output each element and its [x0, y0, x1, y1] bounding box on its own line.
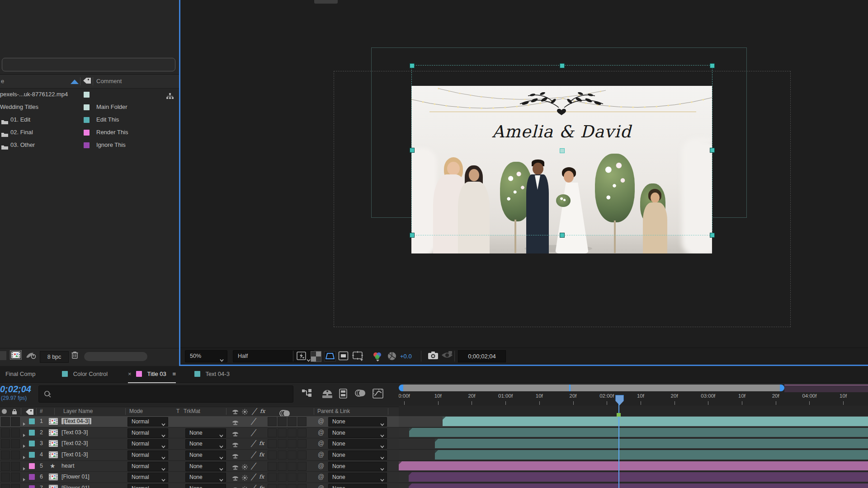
- mode-column-label[interactable]: Mode: [129, 408, 143, 414]
- timeline-tab-final-comp[interactable]: Final Comp: [5, 366, 35, 382]
- selection-handle[interactable]: [710, 63, 715, 68]
- layer-row[interactable]: 2 [Text 03-3] Normal None ╱ @ None: [0, 427, 399, 439]
- project-search-box[interactable]: [2, 58, 175, 71]
- audio-toggle[interactable]: [11, 439, 20, 448]
- shy-column-icon[interactable]: [232, 409, 239, 414]
- parent-pickwhip-icon[interactable]: @: [318, 416, 324, 427]
- composition-mini-flowchart-icon[interactable]: [302, 389, 315, 398]
- parent-link-dropdown[interactable]: None: [328, 428, 387, 438]
- quality-switch[interactable]: ╱: [251, 438, 255, 449]
- project-item-name[interactable]: 03. Other: [10, 139, 35, 151]
- label-chip[interactable]: [84, 117, 90, 123]
- selection-handle[interactable]: [410, 233, 415, 238]
- fx-switch[interactable]: fx: [259, 483, 264, 488]
- parent-pickwhip-icon[interactable]: @: [318, 461, 324, 471]
- frame-blending-icon[interactable]: [339, 389, 347, 399]
- t-column-label[interactable]: T: [176, 408, 179, 414]
- playhead-handle[interactable]: [615, 395, 624, 405]
- project-column-header[interactable]: e Comment: [0, 74, 179, 89]
- current-timecode[interactable]: 0;02;04: [0, 384, 31, 394]
- parent-link-dropdown[interactable]: None: [328, 462, 387, 471]
- mask-visibility-icon[interactable]: [324, 351, 336, 361]
- layer-duration-bar[interactable]: [435, 450, 868, 460]
- project-item-row[interactable]: Wedding Titles Main Folder: [0, 101, 179, 113]
- composition-marker[interactable]: [617, 413, 621, 417]
- layer-name[interactable]: [Flower 01]: [61, 483, 90, 488]
- close-tab-icon[interactable]: ×: [128, 371, 132, 377]
- layer-track-row[interactable]: [399, 483, 868, 488]
- twirl-chevron-icon[interactable]: [22, 486, 26, 488]
- trkmat-dropdown[interactable]: None: [185, 484, 226, 488]
- selection-handle[interactable]: [710, 148, 715, 153]
- motion-blur-icon[interactable]: [354, 389, 366, 398]
- channel-rgb-icon[interactable]: [372, 351, 384, 362]
- project-item-row[interactable]: 02. Final Render This: [0, 126, 179, 139]
- fx-switch[interactable]: fx: [259, 472, 264, 482]
- layer-label-chip[interactable]: [29, 463, 35, 469]
- parent-link-dropdown[interactable]: None: [328, 450, 387, 460]
- project-item-row[interactable]: 01. Edit Edit This: [0, 113, 179, 126]
- layer-row[interactable]: 4 [Text 01-3] Normal None ╱fx @ None: [0, 450, 399, 461]
- layer-track-row[interactable]: [399, 427, 868, 439]
- interpret-footage-icon[interactable]: [10, 350, 22, 360]
- layer-label-chip[interactable]: [29, 441, 35, 446]
- layer-duration-bar[interactable]: [409, 472, 868, 482]
- layer-name[interactable]: heart: [61, 461, 75, 471]
- snapshot-camera-icon[interactable]: [428, 351, 439, 360]
- layer-name[interactable]: [Text 01-3]: [61, 450, 88, 460]
- time-ruler[interactable]: 0:00f10f20f01:00f10f20f02:00f10f20f03:00…: [399, 383, 868, 406]
- video-toggle[interactable]: [1, 484, 10, 488]
- layer-track-row[interactable]: [399, 416, 868, 427]
- timeline-search-box[interactable]: [38, 385, 293, 403]
- layer-name[interactable]: [Text 04-3]: [61, 416, 91, 427]
- audio-toggle[interactable]: [11, 450, 20, 460]
- transparency-grid-icon[interactable]: [311, 351, 321, 362]
- number-column-label[interactable]: #: [40, 408, 43, 414]
- blend-mode-dropdown[interactable]: Normal: [127, 439, 168, 449]
- layer-track-row[interactable]: [399, 461, 868, 472]
- parent-pickwhip-icon[interactable]: @: [318, 427, 324, 438]
- quality-switch[interactable]: ╱: [251, 461, 255, 471]
- selection-handle[interactable]: [560, 63, 565, 68]
- layer-name[interactable]: [Flower 01]: [61, 472, 90, 482]
- trkmat-dropdown[interactable]: None: [185, 428, 226, 438]
- collapse-switch[interactable]: [242, 485, 248, 488]
- show-snapshot-icon[interactable]: [441, 351, 453, 359]
- label-tag-icon[interactable]: [25, 408, 34, 415]
- layer-track-row[interactable]: [399, 450, 868, 461]
- project-item-name[interactable]: 01. Edit: [10, 113, 30, 126]
- timeline-tab-text-04-3[interactable]: Text 04-3: [194, 366, 230, 382]
- layer-name[interactable]: [Text 03-3]: [61, 427, 88, 438]
- quality-switch[interactable]: ╱: [251, 427, 255, 438]
- bit-depth-button[interactable]: 8 bpc: [40, 351, 69, 363]
- layer-label-chip[interactable]: [29, 452, 35, 458]
- draft-3d-icon[interactable]: [321, 389, 333, 399]
- exposure-value[interactable]: +0.0: [400, 353, 412, 360]
- exposure-aperture-icon[interactable]: [387, 351, 397, 361]
- project-item-row[interactable]: 03. Other Ignore This: [0, 139, 179, 151]
- trkmat-column-label[interactable]: TrkMat: [184, 408, 200, 414]
- navigator-start-handle[interactable]: [399, 385, 403, 391]
- layer-track-row[interactable]: [399, 438, 868, 450]
- layer-duration-bar[interactable]: [409, 483, 868, 488]
- layer-duration-bar[interactable]: [409, 428, 868, 437]
- blend-mode-dropdown[interactable]: Normal: [127, 428, 168, 438]
- video-toggle[interactable]: [1, 428, 10, 437]
- selection-handle[interactable]: [560, 233, 565, 238]
- video-toggle[interactable]: [1, 450, 10, 460]
- create-proxy-icon[interactable]: [25, 351, 36, 359]
- layer-row[interactable]: 1 [Text 04-3] Normal ╱ @ None: [0, 416, 399, 427]
- blend-mode-dropdown[interactable]: Normal: [127, 473, 168, 482]
- trash-icon[interactable]: [71, 351, 78, 359]
- parent-link-column-label[interactable]: Parent & Link: [317, 408, 350, 414]
- trkmat-dropdown[interactable]: None: [185, 473, 226, 482]
- layer-row[interactable]: 6 [Flower 01] Normal None ╱fx @ None: [0, 472, 399, 483]
- layer-track-row[interactable]: [399, 472, 868, 483]
- timeline-tab-title-03[interactable]: × Title 03 ≡: [128, 366, 176, 383]
- quality-switch[interactable]: ╱: [251, 416, 255, 427]
- fast-preview-icon[interactable]: [297, 351, 307, 361]
- blend-mode-dropdown[interactable]: Normal: [127, 484, 168, 488]
- selection-handle[interactable]: [710, 233, 715, 238]
- choose-grid-guides-icon[interactable]: [352, 351, 364, 361]
- project-item-row[interactable]: pexels-...uk-8776122.mp4: [0, 88, 179, 101]
